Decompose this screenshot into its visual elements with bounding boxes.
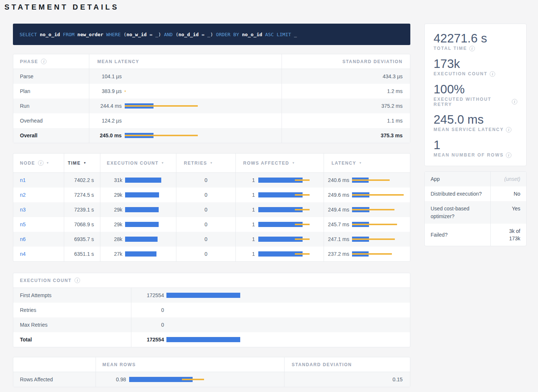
- sql-statement-box: SELECT no_o_id FROM new_order WHERE (no_…: [13, 24, 410, 45]
- latency-bar: [125, 133, 199, 138]
- info-icon[interactable]: i: [75, 278, 80, 283]
- sql-token: LIMIT: [274, 32, 291, 37]
- retries-cell: 0: [176, 232, 235, 247]
- bar-fill: [125, 192, 159, 197]
- exec-count-cell: 172554: [131, 332, 410, 347]
- sort-desc-icon: ▼: [292, 161, 295, 165]
- latency-bar: [352, 207, 406, 212]
- latency-bar: [125, 74, 199, 79]
- latency-column-header[interactable]: LATENCY ▼: [324, 154, 410, 172]
- node-link[interactable]: n5: [20, 221, 26, 227]
- sql-token: WHERE: [103, 32, 121, 37]
- execution-count-cell: 28k: [100, 232, 176, 247]
- node-link[interactable]: n2: [20, 192, 26, 198]
- fact-distributed-execution: Distributed execution? No: [425, 186, 526, 201]
- node-link[interactable]: n3: [20, 207, 26, 213]
- bar-fill: [125, 178, 161, 183]
- exec-count-cell: 0: [131, 317, 410, 332]
- bar-fill: [125, 237, 158, 242]
- info-icon[interactable]: i: [512, 99, 517, 104]
- stddev-cell: 0.15: [284, 372, 410, 387]
- info-icon[interactable]: i: [469, 46, 475, 51]
- rows-affected-table: MEAN ROWS STANDARD DEVIATION Rows Affect…: [13, 357, 410, 387]
- node-column-header[interactable]: NODE i ▼: [13, 154, 64, 172]
- sql-token: ASC: [262, 32, 274, 37]
- bar-fill: [125, 222, 159, 227]
- info-icon[interactable]: i: [506, 152, 511, 158]
- retries-cell: 0: [176, 202, 235, 217]
- retries-column-header[interactable]: RETRIES ▼: [176, 154, 235, 172]
- latency-cell: 249.4 ms: [324, 202, 410, 217]
- sql-token: (: [121, 32, 127, 37]
- phase-row-plan: Plan 383.9 µs 1.2 ms: [13, 84, 410, 99]
- rows-affected-table-header: MEAN ROWS STANDARD DEVIATION: [13, 357, 410, 372]
- sql-token: SELECT: [20, 32, 37, 37]
- execution-count-cell: 27k: [100, 247, 176, 261]
- bar-deviation: [352, 194, 403, 196]
- node-stats-table: NODE i ▼ TIME ▼ EXECUTION COUNT ▼ RETRIE…: [13, 153, 410, 262]
- sql-token: no_o_id: [37, 32, 60, 37]
- mean-rows-column-header: MEAN ROWS: [96, 357, 284, 372]
- mean-latency-cell: 245.0 ms: [89, 128, 282, 143]
- rows-affected-label: Rows Affected: [13, 372, 96, 387]
- sort-desc-icon: ▼: [161, 161, 164, 165]
- info-icon[interactable]: i: [490, 71, 495, 77]
- statement-facts-card: App (unset) Distributed execution? No Us…: [424, 171, 527, 247]
- bar-deviation: [182, 379, 204, 380]
- execution-count-bar: [125, 237, 162, 242]
- execution-count-column-header[interactable]: EXECUTION COUNT ▼: [100, 154, 176, 172]
- exec-row-label: First Attempts: [13, 288, 131, 303]
- node-row: n2 7274.5 s 29k 0 1 249.6 ms: [13, 188, 410, 202]
- execution-count-bar: [166, 307, 240, 313]
- stat-executed-without-retry: 100% EXECUTED WITHOUT RETRYi: [434, 82, 517, 107]
- latency-cell: 237.2 ms: [324, 247, 410, 261]
- execution-count-bar: [166, 293, 240, 298]
- execution-count-bar: [166, 337, 240, 342]
- rows-affected-cell: 1: [235, 188, 324, 202]
- rows-affected-column-header[interactable]: ROWS AFFECTED ▼: [235, 154, 324, 172]
- mean-latency-column-header: MEAN LATENCY: [89, 54, 282, 69]
- time-cell: 7068.9 s: [64, 217, 100, 232]
- time-column-header[interactable]: TIME ▼: [64, 154, 100, 172]
- phase-table-header: PHASE i MEAN LATENCY STANDARD DEVIATION: [13, 54, 410, 69]
- bar-deviation: [352, 179, 390, 181]
- phase-column-header[interactable]: PHASE i: [13, 54, 89, 69]
- mean-rows-cell: 0.98: [96, 372, 284, 387]
- rows-affected-cell: 1: [235, 202, 324, 217]
- stddev-cell: 375.3 ms: [282, 128, 410, 143]
- sql-token: _: [291, 32, 297, 37]
- sql-token: ORDER BY: [213, 32, 239, 37]
- node-link[interactable]: n4: [20, 251, 26, 257]
- bar-fill: [125, 251, 156, 257]
- stddev-cell: 375.2 ms: [282, 99, 410, 113]
- rows-affected-cell: 1: [235, 232, 324, 247]
- info-icon[interactable]: i: [38, 160, 44, 166]
- time-cell: 6351.1 s: [64, 247, 100, 261]
- latency-bar: [352, 251, 406, 257]
- stddev-cell: 1.1 ms: [282, 113, 410, 128]
- phase-row-run: Run 244.4 ms 375.2 ms: [13, 99, 410, 113]
- node-link[interactable]: n6: [20, 236, 26, 242]
- sql-token: AND: [161, 32, 173, 37]
- node-link[interactable]: n1: [20, 177, 26, 183]
- time-cell: 7239.1 s: [64, 202, 100, 217]
- retries-cell: 0: [176, 188, 235, 202]
- info-icon[interactable]: i: [506, 127, 511, 133]
- execution-count-cell: 29k: [100, 202, 176, 217]
- bar-deviation: [295, 194, 310, 196]
- rows-affected-cell: 1: [235, 217, 324, 232]
- bar-deviation: [125, 135, 198, 136]
- node-row: n6 6935.7 s 28k 0 1 247.1 ms: [13, 232, 410, 247]
- exec-row-total: Total 172554: [13, 332, 410, 347]
- sql-token: = _): [146, 32, 161, 37]
- bar-deviation: [352, 224, 397, 225]
- phase-row-overall: Overall 245.0 ms 375.3 ms: [13, 128, 410, 143]
- info-icon[interactable]: i: [41, 59, 46, 64]
- exec-count-cell: 0: [131, 303, 410, 317]
- latency-cell: 247.1 ms: [324, 232, 410, 247]
- latency-bar: [352, 192, 406, 197]
- standard-deviation-column-header: STANDARD DEVIATION: [284, 357, 410, 372]
- retries-cell: 0: [176, 217, 235, 232]
- fact-value: No: [490, 186, 526, 201]
- execution-count-bar: [125, 222, 162, 227]
